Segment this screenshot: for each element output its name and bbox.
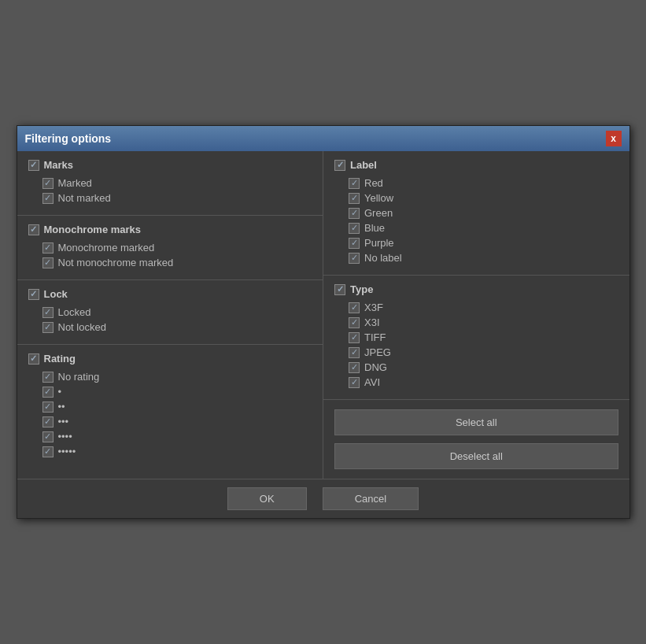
type-avi-checkbox[interactable] [349, 377, 360, 388]
not-locked-checkbox[interactable] [42, 322, 54, 333]
locked-item: Locked [42, 306, 312, 318]
rating-2-checkbox[interactable] [42, 402, 54, 413]
label-nolabel-checkbox[interactable] [349, 253, 360, 264]
rating-1-checkbox[interactable] [42, 387, 54, 398]
type-avi-label: AVI [364, 376, 380, 388]
marks-section: Marks Marked Not marked [17, 151, 323, 216]
type-dng-item: DNG [349, 361, 618, 373]
label-section: Label Red Yellow Green [323, 151, 629, 276]
type-dng-checkbox[interactable] [349, 362, 360, 373]
filtering-options-dialog: Filtering options x Marks Marked [17, 125, 630, 519]
rating-5-checkbox[interactable] [42, 446, 54, 457]
rating-2-item: •• [42, 401, 312, 413]
type-jpeg-checkbox[interactable] [349, 347, 360, 358]
not-locked-label: Not locked [58, 321, 106, 333]
rating-3-item: ••• [42, 416, 312, 427]
label-blue-item: Blue [349, 222, 618, 234]
marked-item: Marked [42, 177, 312, 189]
marked-checkbox[interactable] [42, 178, 54, 189]
type-master-checkbox[interactable] [334, 284, 345, 295]
label-purple-label: Purple [364, 237, 394, 249]
type-jpeg-item: JPEG [349, 346, 618, 358]
select-all-button[interactable]: Select all [334, 409, 618, 435]
lock-label: Lock [44, 288, 68, 300]
marks-master-checkbox[interactable] [28, 160, 39, 171]
not-monochrome-marked-item: Not monochrome marked [42, 257, 312, 268]
right-column: Label Red Yellow Green [323, 151, 629, 479]
label-red-checkbox[interactable] [349, 178, 360, 189]
not-monochrome-marked-label: Not monochrome marked [58, 257, 174, 268]
dialog-body: Marks Marked Not marked [17, 151, 629, 518]
marks-label: Marks [44, 159, 74, 171]
type-x3i-label: X3I [364, 316, 380, 328]
rating-3-label: ••• [58, 416, 69, 427]
ok-button[interactable]: OK [227, 487, 307, 510]
type-tiff-label: TIFF [364, 331, 386, 343]
label-green-item: Green [349, 207, 618, 219]
label-purple-item: Purple [349, 237, 618, 249]
monochrome-marked-checkbox[interactable] [42, 242, 54, 254]
label-master-checkbox[interactable] [334, 160, 345, 171]
rating-header: Rating [28, 353, 312, 365]
monochrome-header: Monochrome marks [28, 224, 312, 235]
no-rating-label: No rating [58, 371, 100, 383]
type-x3f-checkbox[interactable] [349, 302, 360, 313]
columns: Marks Marked Not marked [17, 151, 629, 479]
marked-label: Marked [58, 177, 92, 189]
no-rating-checkbox[interactable] [42, 372, 54, 383]
type-avi-item: AVI [349, 376, 618, 388]
rating-4-label: •••• [58, 431, 72, 442]
not-locked-item: Not locked [42, 321, 312, 333]
monochrome-master-checkbox[interactable] [28, 224, 39, 235]
label-green-checkbox[interactable] [349, 208, 360, 219]
rating-1-item: • [42, 386, 312, 398]
type-tiff-checkbox[interactable] [349, 332, 360, 343]
not-marked-item: Not marked [42, 192, 312, 204]
label-yellow-label: Yellow [364, 192, 393, 204]
cancel-button[interactable]: Cancel [323, 487, 419, 510]
title-bar: Filtering options x [17, 126, 629, 151]
rating-2-label: •• [58, 401, 65, 413]
type-x3i-item: X3I [349, 316, 618, 328]
rating-5-label: ••••• [58, 446, 76, 457]
lock-header: Lock [28, 288, 312, 300]
not-monochrome-marked-checkbox[interactable] [42, 257, 54, 268]
label-red-item: Red [349, 177, 618, 189]
monochrome-marked-label: Monochrome marked [58, 242, 155, 254]
not-marked-checkbox[interactable] [42, 193, 54, 204]
lock-master-checkbox[interactable] [28, 289, 39, 300]
label-blue-checkbox[interactable] [349, 223, 360, 234]
lock-section: Lock Locked Not locked [17, 280, 323, 345]
label-red-label: Red [364, 177, 383, 189]
type-label: Type [350, 283, 373, 295]
locked-checkbox[interactable] [42, 307, 54, 318]
dialog-title: Filtering options [25, 132, 112, 145]
action-buttons-area: Select all Deselect all [323, 400, 629, 479]
type-section: Type X3F X3I TIFF [323, 276, 629, 400]
marks-header: Marks [28, 159, 312, 171]
monochrome-label: Monochrome marks [44, 224, 142, 235]
close-button[interactable]: x [606, 131, 622, 146]
type-x3i-checkbox[interactable] [349, 317, 360, 328]
label-purple-checkbox[interactable] [349, 238, 360, 249]
label-green-label: Green [364, 207, 393, 219]
type-x3f-label: X3F [364, 302, 383, 313]
dialog-footer: OK Cancel [17, 479, 629, 518]
label-yellow-checkbox[interactable] [349, 193, 360, 204]
rating-1-label: • [58, 386, 62, 398]
rating-master-checkbox[interactable] [28, 353, 39, 365]
type-tiff-item: TIFF [349, 331, 618, 343]
rating-4-item: •••• [42, 431, 312, 442]
rating-label: Rating [44, 353, 76, 365]
label-blue-label: Blue [364, 222, 385, 234]
type-header: Type [334, 283, 618, 295]
rating-3-checkbox[interactable] [42, 416, 54, 427]
deselect-all-button[interactable]: Deselect all [334, 443, 618, 469]
label-header: Label [334, 159, 618, 171]
type-x3f-item: X3F [349, 302, 618, 313]
type-dng-label: DNG [364, 361, 387, 373]
rating-4-checkbox[interactable] [42, 431, 54, 442]
rating-5-item: ••••• [42, 446, 312, 457]
type-jpeg-label: JPEG [364, 346, 391, 358]
label-nolabel-label: No label [364, 252, 402, 264]
